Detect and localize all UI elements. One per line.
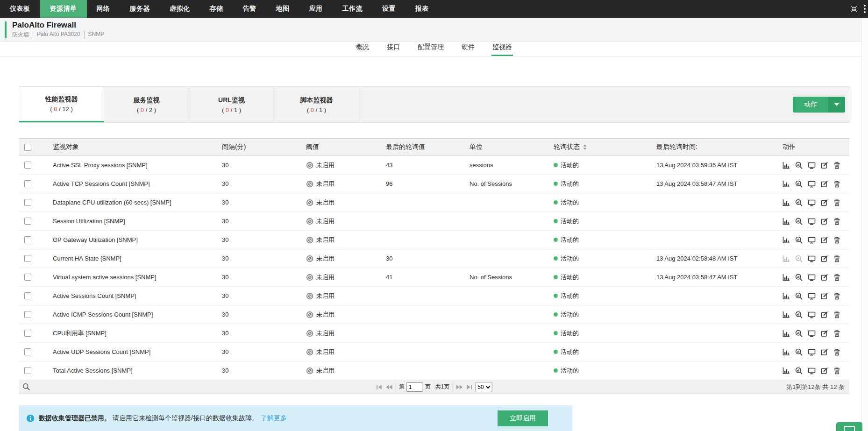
poll-now-icon[interactable] (795, 330, 803, 337)
delete-icon[interactable] (833, 180, 840, 188)
poll-now-icon[interactable] (795, 236, 803, 244)
edit-icon[interactable] (821, 236, 828, 244)
edit-icon[interactable] (821, 218, 828, 225)
monitor-name[interactable]: Active UDP Sessions Count [SNMP] (53, 348, 222, 355)
chart-icon[interactable] (783, 330, 790, 337)
chart-icon[interactable] (783, 255, 790, 262)
row-checkbox[interactable] (24, 236, 31, 243)
scrollbar-gutter[interactable] (861, 18, 868, 431)
row-checkbox[interactable] (24, 199, 31, 206)
row-checkbox[interactable] (24, 274, 31, 281)
device-tab[interactable]: 监视器 (491, 43, 513, 56)
next-page-icon[interactable] (455, 384, 463, 390)
monitor-type-tab[interactable]: URL监视 ( 0 / 1 ) (189, 87, 274, 122)
monitor-type-tab[interactable]: 服务监视 ( 0 / 2 ) (104, 87, 189, 122)
delete-icon[interactable] (833, 292, 840, 300)
poll-now-icon[interactable] (795, 367, 803, 374)
sort-icon[interactable] (582, 144, 588, 150)
nav-item[interactable]: 网络 (87, 0, 120, 18)
poll-now-icon[interactable] (795, 274, 803, 281)
row-checkbox[interactable] (24, 162, 31, 169)
nav-item[interactable]: 地图 (266, 0, 299, 18)
delete-icon[interactable] (833, 236, 840, 244)
row-checkbox[interactable] (24, 255, 31, 262)
nav-item[interactable]: 应用 (299, 0, 333, 18)
poll-now-icon[interactable] (795, 218, 803, 225)
device-view-icon[interactable] (808, 311, 816, 318)
edit-icon[interactable] (821, 311, 828, 318)
monitor-name[interactable]: Active TCP Sessions Count [SNMP] (53, 180, 222, 187)
monitor-name[interactable]: Session Utilization [SNMP] (53, 218, 222, 225)
nav-item[interactable]: 服务器 (120, 0, 160, 18)
delete-icon[interactable] (833, 162, 840, 169)
page-size-select[interactable]: 50 (475, 382, 492, 392)
chart-icon[interactable] (783, 236, 790, 244)
poll-now-icon[interactable] (795, 348, 803, 356)
edit-icon[interactable] (821, 367, 828, 374)
row-checkbox[interactable] (24, 330, 31, 337)
delete-icon[interactable] (833, 218, 840, 225)
row-checkbox[interactable] (24, 348, 31, 355)
device-view-icon[interactable] (808, 292, 816, 300)
chart-icon[interactable] (783, 348, 790, 356)
delete-icon[interactable] (833, 255, 840, 262)
nav-item[interactable]: 虚拟化 (160, 0, 200, 18)
prev-page-icon[interactable] (385, 384, 393, 390)
nav-item[interactable]: 存储 (200, 0, 233, 18)
nav-item[interactable]: 工作流 (333, 0, 373, 18)
page-number-input[interactable] (406, 382, 423, 392)
edit-icon[interactable] (821, 199, 828, 206)
chart-icon[interactable] (783, 311, 790, 318)
edit-icon[interactable] (821, 255, 828, 262)
feedback-widget[interactable] (836, 422, 862, 431)
device-view-icon[interactable] (808, 274, 816, 281)
edit-icon[interactable] (821, 292, 828, 300)
nav-item[interactable]: 仪表板 (0, 0, 40, 18)
delete-icon[interactable] (833, 330, 840, 337)
poll-now-icon[interactable] (795, 311, 803, 318)
device-view-icon[interactable] (808, 180, 816, 188)
delete-icon[interactable] (833, 311, 840, 318)
poll-now-icon[interactable] (795, 162, 803, 169)
monitor-name[interactable]: Active SSL Proxy sessions [SNMP] (53, 162, 222, 169)
edit-icon[interactable] (821, 162, 828, 169)
monitor-type-tab[interactable]: 脚本监视器 ( 0 / 1 ) (274, 87, 359, 122)
collapse-icon[interactable] (850, 5, 858, 13)
poll-now-icon[interactable] (795, 255, 803, 262)
nav-item[interactable]: 报表 (406, 0, 439, 18)
row-checkbox[interactable] (24, 367, 31, 374)
monitor-name[interactable]: Virtual system active sessions [SNMP] (53, 274, 222, 281)
nav-item[interactable]: 设置 (372, 0, 406, 18)
device-view-icon[interactable] (808, 255, 816, 262)
device-tab[interactable]: 概况 (355, 43, 370, 56)
select-all-checkbox[interactable] (24, 144, 31, 151)
monitor-name[interactable]: GP Gateway Utilization [SNMP] (53, 236, 222, 243)
delete-icon[interactable] (833, 348, 840, 356)
delete-icon[interactable] (833, 274, 840, 281)
chart-icon[interactable] (783, 292, 790, 300)
enable-now-button[interactable]: 立即启用 (498, 410, 548, 426)
chart-icon[interactable] (783, 218, 790, 225)
search-icon[interactable] (22, 383, 30, 391)
edit-icon[interactable] (821, 330, 828, 337)
monitor-name[interactable]: Current HA State [SNMP] (53, 255, 222, 262)
edit-icon[interactable] (821, 348, 828, 356)
monitor-name[interactable]: CPU利用率 [SNMP] (53, 329, 222, 338)
chart-icon[interactable] (783, 199, 790, 206)
first-page-icon[interactable] (376, 384, 383, 390)
device-view-icon[interactable] (808, 162, 816, 169)
chart-icon[interactable] (783, 367, 790, 374)
poll-now-icon[interactable] (795, 199, 803, 206)
monitor-type-tab[interactable]: 性能监视器 ( 0 / 12 ) (19, 87, 104, 122)
edit-icon[interactable] (821, 274, 828, 281)
monitor-name[interactable]: Total Active Sessions [SNMP] (53, 367, 222, 374)
device-tab[interactable]: 接口 (386, 43, 401, 56)
more-menu-icon[interactable] (864, 5, 866, 13)
device-view-icon[interactable] (808, 218, 816, 225)
delete-icon[interactable] (833, 367, 840, 374)
monitor-name[interactable]: Active Sessions Count [SNMP] (53, 292, 222, 299)
device-view-icon[interactable] (808, 199, 816, 206)
chart-icon[interactable] (783, 274, 790, 281)
device-tab[interactable]: 硬件 (461, 43, 476, 56)
row-checkbox[interactable] (24, 311, 31, 318)
